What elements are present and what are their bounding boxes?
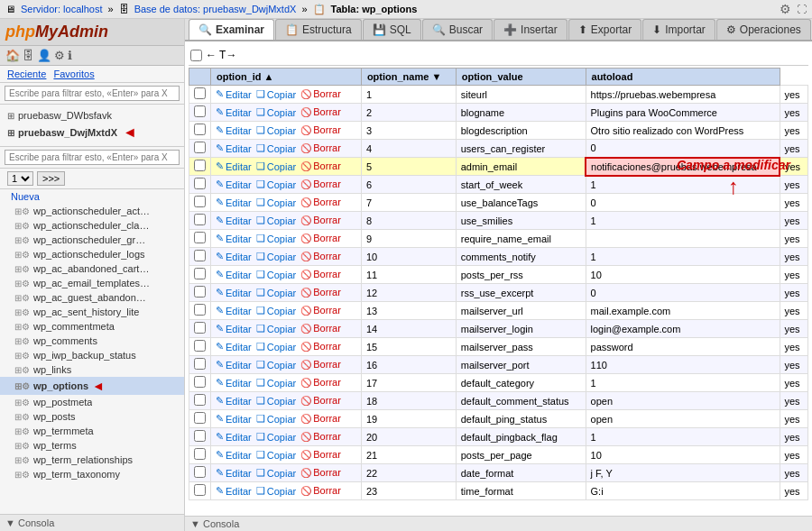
edit-link[interactable]: Editar xyxy=(216,88,252,100)
gear-icon[interactable]: ⚙ xyxy=(780,2,791,16)
edit-link[interactable]: Editar xyxy=(216,359,252,371)
tab-estructura[interactable]: 📋Estructura xyxy=(275,19,362,40)
row-checkbox[interactable] xyxy=(194,196,206,207)
favorites-link[interactable]: Favoritos xyxy=(53,69,94,79)
edit-link[interactable]: Editar xyxy=(216,395,252,407)
header-option-value[interactable]: option_value xyxy=(456,69,586,86)
edit-link[interactable]: Editar xyxy=(216,431,252,443)
settings-icon[interactable]: ⚙ xyxy=(54,49,65,62)
database-item-2[interactable]: ⊞ pruebasw_DwjMxtdX ◄ xyxy=(0,123,184,142)
tab-exportar[interactable]: ⬆Exportar xyxy=(568,19,641,40)
sidebar-table-item[interactable]: ⊞⚙wp_actionscheduler_logs xyxy=(0,247,184,261)
sidebar-table-item[interactable]: ⊞⚙wp_termmeta xyxy=(0,424,184,438)
page-select[interactable]: 1 xyxy=(7,171,33,186)
console-bottom-bar[interactable]: ▼ Consola xyxy=(185,516,812,531)
sidebar-table-item[interactable]: ⊞⚙wp_term_relationships xyxy=(0,453,184,467)
header-autoload[interactable]: autoload xyxy=(586,69,780,86)
row-checkbox[interactable] xyxy=(194,178,206,189)
tab-examinar[interactable]: 🔍Examinar xyxy=(189,19,274,40)
sidebar-table-item[interactable]: ⊞⚙wp_ac_sent_history_lite xyxy=(0,305,184,319)
select-all-checkbox[interactable] xyxy=(190,50,202,61)
user-icon[interactable]: 👤 xyxy=(37,49,51,62)
edit-link[interactable]: Editar xyxy=(216,197,252,208)
row-checkbox[interactable] xyxy=(194,286,206,298)
row-checkbox[interactable] xyxy=(194,376,206,388)
delete-link[interactable]: Borrar xyxy=(300,179,341,189)
copy-link[interactable]: Copiar xyxy=(256,233,296,244)
sidebar-table-item[interactable]: ⊞⚙wp_posts xyxy=(0,409,184,424)
edit-link[interactable]: Editar xyxy=(216,467,252,479)
copy-link[interactable]: Copiar xyxy=(256,341,296,352)
row-checkbox[interactable] xyxy=(194,448,206,460)
delete-link[interactable]: Borrar xyxy=(300,377,341,388)
edit-link[interactable]: Editar xyxy=(216,305,252,316)
copy-link[interactable]: Copiar xyxy=(256,413,296,425)
tab-importar[interactable]: ⬇Importar xyxy=(642,19,715,40)
row-checkbox[interactable] xyxy=(194,250,206,261)
db1-label[interactable]: pruebasw_DWbsfavk xyxy=(18,110,112,121)
row-checkbox[interactable] xyxy=(194,232,206,243)
edit-link[interactable]: Editar xyxy=(216,251,252,262)
copy-link[interactable]: Copiar xyxy=(256,377,296,389)
delete-link[interactable]: Borrar xyxy=(300,233,341,243)
row-checkbox[interactable] xyxy=(194,340,206,352)
delete-link[interactable]: Borrar xyxy=(300,215,341,225)
sidebar-table-item[interactable]: ⊞⚙wp_ac_email_templates_lite xyxy=(0,276,184,290)
copy-link[interactable]: Copiar xyxy=(256,88,296,100)
tab-sql[interactable]: 💾SQL xyxy=(363,19,421,40)
row-checkbox[interactable] xyxy=(194,105,206,117)
row-checkbox[interactable] xyxy=(194,466,206,478)
sidebar-search-input[interactable] xyxy=(5,86,180,101)
sidebar-table-item[interactable]: ⊞⚙wp_links xyxy=(0,362,184,377)
copy-link[interactable]: Copiar xyxy=(256,395,296,407)
edit-link[interactable]: Editar xyxy=(216,269,252,280)
copy-link[interactable]: Copiar xyxy=(256,359,296,371)
delete-link[interactable]: Borrar xyxy=(300,467,341,478)
edit-link[interactable]: Editar xyxy=(216,233,252,244)
sidebar-table-item[interactable]: ⊞⚙wp_term_taxonomy xyxy=(0,467,184,481)
copy-link[interactable]: Copiar xyxy=(256,305,296,316)
copy-link[interactable]: Copiar xyxy=(256,269,296,280)
db-icon-side[interactable]: 🗄 xyxy=(23,49,34,62)
row-checkbox[interactable] xyxy=(194,160,206,171)
server-breadcrumb[interactable]: Servidor: localhost xyxy=(21,4,103,14)
edit-link[interactable]: Editar xyxy=(216,485,252,497)
delete-link[interactable]: Borrar xyxy=(300,287,341,298)
copy-link[interactable]: Copiar xyxy=(256,467,296,479)
copy-link[interactable]: Copiar xyxy=(256,485,296,497)
sidebar-table-item[interactable]: ⊞⚙wp_ac_guest_abandoned_ca xyxy=(0,290,184,305)
copy-link[interactable]: Copiar xyxy=(256,215,296,226)
sidebar-table-item[interactable]: ⊞⚙wp_iwp_backup_status xyxy=(0,348,184,362)
delete-link[interactable]: Borrar xyxy=(300,449,341,460)
edit-link[interactable]: Editar xyxy=(216,287,252,298)
delete-link[interactable]: Borrar xyxy=(300,341,341,352)
sidebar-table-item[interactable]: ⊞⚙wp_options◄ xyxy=(0,377,184,395)
info-icon[interactable]: ℹ xyxy=(68,49,72,62)
sidebar-table-item[interactable]: ⊞⚙wp_commentmeta xyxy=(0,319,184,334)
copy-link[interactable]: Copiar xyxy=(256,142,296,154)
copy-link[interactable]: Copiar xyxy=(256,287,296,298)
new-table-link[interactable]: Nueva xyxy=(0,189,184,204)
delete-link[interactable]: Borrar xyxy=(300,305,341,316)
edit-link[interactable]: Editar xyxy=(216,377,252,389)
edit-link[interactable]: Editar xyxy=(216,215,252,226)
sidebar-table-item[interactable]: ⊞⚙wp_actionscheduler_claims xyxy=(0,218,184,233)
delete-link[interactable]: Borrar xyxy=(300,160,341,171)
edit-link[interactable]: Editar xyxy=(216,160,252,172)
database-item-1[interactable]: ⊞ pruebasw_DWbsfavk xyxy=(0,108,184,123)
copy-link[interactable]: Copiar xyxy=(256,106,296,118)
page-next-btn[interactable]: >>> xyxy=(37,171,65,186)
delete-link[interactable]: Borrar xyxy=(300,197,341,207)
delete-link[interactable]: Borrar xyxy=(300,395,341,406)
delete-link[interactable]: Borrar xyxy=(300,269,341,279)
delete-link[interactable]: Borrar xyxy=(300,251,341,261)
delete-link[interactable]: Borrar xyxy=(300,88,341,99)
delete-link[interactable]: Borrar xyxy=(300,431,341,442)
row-checkbox[interactable] xyxy=(194,214,206,225)
database-breadcrumb[interactable]: Base de datos: pruebasw_DwjMxtdX xyxy=(134,4,297,14)
tab-buscar[interactable]: 🔍Buscar xyxy=(422,19,493,40)
edit-link[interactable]: Editar xyxy=(216,413,252,425)
sidebar-table-item[interactable]: ⊞⚙wp_actionscheduler_groups xyxy=(0,233,184,247)
db2-label[interactable]: pruebasw_DwjMxtdX xyxy=(18,127,117,138)
row-checkbox[interactable] xyxy=(194,304,206,316)
